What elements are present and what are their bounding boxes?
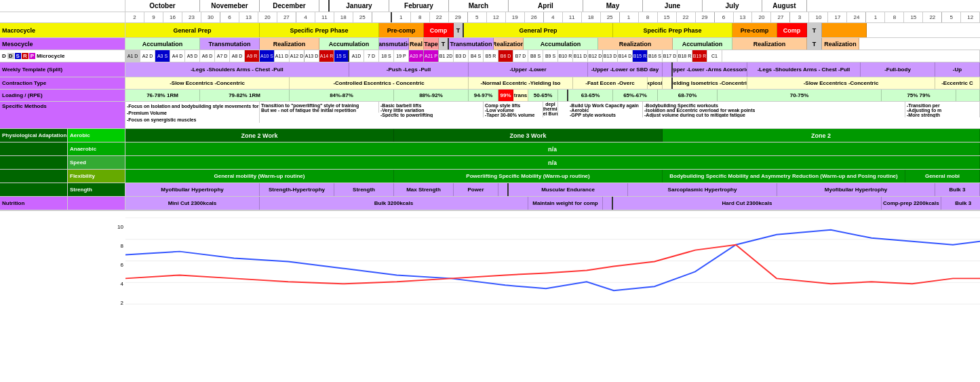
- week-d11: 11: [315, 12, 334, 22]
- week-f19: 19: [506, 12, 525, 22]
- load-76-78: 76-78% 1RM: [125, 90, 200, 101]
- zone-work-row: Physiological Adaptation Aerobic Zone 2 …: [0, 129, 980, 142]
- block-gen-prep-1: General Prep: [125, 23, 260, 37]
- macrocycle-label: Macrocycle: [0, 23, 125, 37]
- load-88-92: 88%-92%: [394, 90, 469, 101]
- load-gap: [558, 90, 568, 101]
- chart-y-axis: 10 8 6 4 2: [109, 211, 125, 319]
- micro-a14: A14 R: [319, 50, 334, 62]
- micro-b9s: B9 S: [543, 50, 558, 62]
- load-68-70: 68-70%: [658, 90, 718, 101]
- month-may: May: [583, 0, 643, 12]
- micro-b5r: B5 R: [484, 50, 498, 62]
- bulk-3200: Bulk 3200kcals: [260, 197, 528, 210]
- block-comp-1: Comp: [424, 23, 454, 37]
- physio-label-2: [0, 142, 68, 155]
- week-j22: 22: [430, 12, 449, 22]
- month-july: July: [703, 0, 762, 12]
- bb-mobility: Bodybuilding Specific Mobility and Asymm…: [663, 170, 905, 183]
- spec-build-2: -Aerobic: [570, 108, 589, 113]
- ct-yielding: -Yielding Isometrics -Concentrics: [673, 77, 747, 89]
- general-mobility: General mobility (Warm-up routine): [125, 170, 394, 183]
- meso-accum-1: Accumulation: [125, 38, 200, 50]
- month-august: August: [762, 0, 807, 12]
- week-may27: 27: [771, 12, 790, 22]
- micro-a1: A1 D: [125, 50, 140, 62]
- meso-real-2: Real: [409, 38, 424, 50]
- week-m4: 4: [544, 12, 563, 22]
- week-gap: [372, 12, 392, 22]
- week-a15: 15: [658, 12, 677, 22]
- zone2-work-1: Zone 2 Work: [125, 129, 394, 142]
- spec-powerlifting: Transition to "powerlifting" style of tr…: [260, 102, 379, 113]
- red-line: [125, 245, 980, 284]
- microcycle-text: Microcycle: [37, 53, 64, 59]
- weekly-label: Weekly Template (Split): [0, 62, 125, 77]
- physio-label-5: [0, 183, 68, 196]
- week-header-row: 2 9 16 23 30 6 13 20 27 4 11 18 25 1 8 2…: [0, 12, 980, 23]
- spec-barbell: -Basic barbell lifts -Very little variat…: [379, 102, 484, 117]
- week-may20: 20: [752, 12, 771, 22]
- month-october: October: [125, 0, 200, 12]
- chart-area: 10 8 6 4 2: [0, 210, 980, 319]
- bulk-end: Bulk 3: [941, 197, 980, 210]
- meso-trans-3: Transmutation: [449, 38, 494, 50]
- block-realization-end: [822, 23, 867, 37]
- spec-de2: -thermic: [543, 107, 558, 111]
- bulk-3-end: Bulk 3: [935, 183, 980, 196]
- week-f26: 26: [525, 12, 544, 22]
- micro-a7: A7 D: [215, 50, 230, 62]
- micro-b14d: B14 D: [618, 50, 633, 62]
- strength-hyp: Strength-Hypertrophy: [260, 183, 334, 196]
- meso-trans-1: Transmutation: [200, 38, 260, 50]
- chart-svg: [125, 211, 980, 319]
- spec-bb-1: -Bodybuilding Specific workouts: [644, 103, 718, 108]
- weekly-content: -Legs -Shoulders Arms - Chest -Pull -Pus…: [125, 62, 980, 77]
- na-content-1: n/a: [125, 142, 980, 155]
- micro-a1d-2: A1D: [349, 50, 364, 62]
- na-row-2: Speed n/a: [0, 156, 980, 170]
- spec-iso-bb-text3: -Focus on synergistic muscles: [127, 117, 196, 123]
- spec-iso-bb-text2: -Premium Volume: [127, 110, 167, 117]
- week-may6: 6: [715, 12, 734, 22]
- specific-label: Specific Methods: [0, 102, 125, 128]
- weekly-push: -Push -Legs -Pull: [349, 62, 469, 77]
- micro-b13d: B13 D: [603, 50, 618, 62]
- na-2: n/a: [125, 156, 980, 169]
- zone2-work-2: Zone 2: [663, 129, 980, 142]
- label-col-week: [0, 12, 125, 22]
- week-jun17: 17: [828, 12, 847, 22]
- week-23: 23: [182, 12, 201, 22]
- week-d18: 18: [334, 12, 353, 22]
- micro-b8s: B8 S: [528, 50, 543, 62]
- mesocycle-row: Mesocycle Accumulation Transmutation Rea…: [0, 38, 980, 50]
- week-n20: 20: [258, 12, 277, 22]
- nutrition-content: Mini Cut 2300kcals Bulk 3200kcals Mainta…: [125, 197, 980, 210]
- mesocycle-label: Mesocycle: [0, 38, 125, 50]
- micro-a5: A5 D: [185, 50, 200, 62]
- micro-a10: A10 S: [260, 50, 275, 62]
- mobility-row: Flexibility General mobility (Warm-up ro…: [0, 170, 980, 183]
- meso-t-2: T: [807, 38, 822, 50]
- ct-eccentric: -Eccentric C: [935, 77, 980, 89]
- label-col-month: [0, 0, 125, 12]
- micro-19p: 19 P: [394, 50, 409, 62]
- spec-barbell-1: -Basic barbell lifts: [380, 103, 421, 108]
- meso-t-1: T: [439, 38, 449, 50]
- loading-label: Loading / (RPE): [0, 90, 125, 101]
- strength-gap: [498, 183, 509, 196]
- contraction-content: -Slow Eccentrics -Concentric -Controlled…: [125, 77, 980, 89]
- weekly-up: -Up: [935, 62, 980, 77]
- block-spec-prep-1: Specific Prep Phase: [260, 23, 379, 37]
- spec-build-1: -Build Up Work Capacity again: [570, 103, 639, 108]
- micro-a4: A4 D: [170, 50, 185, 62]
- week-m18: 18: [582, 12, 601, 22]
- flexibility-type: Flexibility: [68, 170, 125, 183]
- powerlifting-mobility: Powerlifting Specific Mobility (Warm-up …: [394, 170, 663, 183]
- block-precomp-1: Pre-comp: [379, 23, 424, 37]
- meso-accum-2: Accumulation: [319, 38, 379, 50]
- spec-comp-style: Comp style lifts -Low volume -Taper 30-8…: [484, 102, 543, 117]
- ct-fast-ecc: -Fast Eccen -Overc: [573, 77, 648, 89]
- spec-bb-3: -Adjust volume during cut to mitigate fa…: [644, 113, 745, 117]
- weekly-fullbody: -Full-body: [861, 62, 935, 77]
